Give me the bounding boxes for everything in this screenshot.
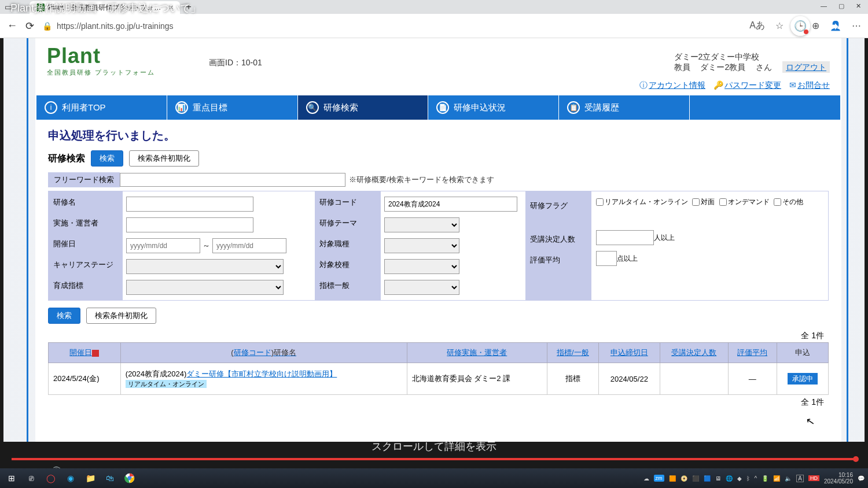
- th-capacity[interactable]: 受講決定人数: [660, 343, 728, 363]
- tray-ime-icon[interactable]: A: [796, 475, 804, 482]
- th-rating[interactable]: 評価平均: [728, 343, 777, 363]
- select-school[interactable]: [384, 259, 459, 274]
- check-other[interactable]: その他: [774, 198, 803, 206]
- th-date[interactable]: 開催日: [49, 343, 121, 363]
- select-general[interactable]: [384, 280, 459, 295]
- check-realtime[interactable]: リアルタイム・オンライン: [596, 198, 688, 206]
- search-button-top[interactable]: 検索: [91, 150, 123, 167]
- th-organizer[interactable]: 研修実施・運営者: [407, 343, 547, 363]
- tb-store-icon[interactable]: 🛍: [102, 471, 118, 486]
- window-close-icon[interactable]: ✕: [856, 2, 861, 10]
- cell-date: 2024/5/24(金): [49, 363, 121, 395]
- address-bar[interactable]: 🔒 https://plant.nits.go.jp/u-trainings: [42, 21, 741, 31]
- nav-tab-apply-status[interactable]: 📄研修申込状況: [428, 95, 559, 120]
- input-code[interactable]: [384, 197, 517, 212]
- reset-button-bottom[interactable]: 検索条件初期化: [86, 308, 156, 324]
- site-info-icon[interactable]: 🔒: [42, 21, 52, 31]
- read-aloud-icon[interactable]: Aあ: [749, 20, 765, 32]
- input-capacity[interactable]: [596, 230, 654, 245]
- tb-app-1[interactable]: ◯: [43, 471, 59, 486]
- taskbar-clock[interactable]: 10:16 2024/05/20: [824, 472, 853, 485]
- select-career-stage[interactable]: [126, 259, 284, 274]
- check-ondemand[interactable]: オンデマンド: [719, 198, 770, 206]
- tray-battery-icon[interactable]: 🔋: [762, 475, 768, 482]
- video-progress-bar[interactable]: [12, 458, 856, 460]
- back-icon[interactable]: ←: [7, 20, 17, 32]
- contact-link[interactable]: お問合せ: [797, 80, 830, 90]
- label-theme: 研修テーマ: [315, 212, 381, 233]
- tray-weather-icon[interactable]: ☁: [643, 475, 649, 482]
- window-minimize-icon[interactable]: —: [821, 2, 827, 10]
- tray-app-7[interactable]: ◆: [737, 475, 742, 482]
- search-icon: 🔍: [306, 101, 319, 114]
- contact-icon: ✉: [789, 80, 796, 90]
- taskview-icon[interactable]: ⎚: [23, 471, 39, 486]
- watch-later-icon[interactable]: 🕒: [790, 16, 810, 36]
- tray-app-6[interactable]: 🌐: [726, 475, 733, 482]
- input-date-to[interactable]: [212, 238, 286, 253]
- browser-toolbar: ← ⟳ 🔒 https://plant.nits.go.jp/u-trainin…: [0, 14, 868, 38]
- start-icon[interactable]: ⊞: [3, 471, 20, 486]
- select-theme[interactable]: [384, 217, 459, 232]
- check-face[interactable]: 対面: [692, 198, 715, 206]
- nav-tab-history[interactable]: 📋受講履歴: [559, 95, 690, 120]
- input-organizer[interactable]: [126, 217, 253, 232]
- user-name: ダミー2教員: [700, 62, 745, 72]
- tb-chrome-icon[interactable]: [122, 471, 138, 486]
- nav-tab-goals[interactable]: 📊重点目標: [167, 95, 298, 120]
- result-count-top: 全 1件: [48, 331, 829, 341]
- doc-icon: 📄: [436, 101, 449, 114]
- freeword-label: フリーワード検索: [48, 172, 120, 187]
- window-maximize-icon[interactable]: ▢: [838, 2, 844, 10]
- favorite-icon[interactable]: ☆: [775, 20, 784, 31]
- th-apply: 申込: [777, 343, 828, 363]
- user-suffix: さん: [756, 62, 772, 72]
- share-icon[interactable]: ➦: [826, 16, 839, 36]
- training-link[interactable]: ダミー研修【市町村立学校向け説明動画用】: [186, 369, 337, 378]
- th-deadline[interactable]: 申込締切日: [598, 343, 660, 363]
- select-job[interactable]: [384, 238, 459, 253]
- input-rating[interactable]: [596, 251, 617, 266]
- nav-tab-search[interactable]: 🔍研修検索: [298, 95, 429, 120]
- tray-chevron-icon[interactable]: ^: [755, 475, 757, 482]
- th-name[interactable]: (研修コード)研修名: [120, 343, 407, 363]
- logout-link[interactable]: ログアウト: [782, 61, 830, 73]
- nav-tab-user-top[interactable]: i利用者TOP: [36, 95, 167, 120]
- th-indicator[interactable]: 指標/一般: [547, 343, 599, 363]
- cell-capacity: [660, 363, 728, 395]
- refresh-icon[interactable]: ⟳: [25, 20, 34, 32]
- tray-app-2[interactable]: 📀: [681, 475, 687, 482]
- tray-app-1[interactable]: 🟧: [669, 475, 676, 482]
- tb-explorer-icon[interactable]: 📁: [82, 471, 98, 486]
- capacity-suffix: 人以上: [654, 233, 675, 243]
- tray-app-4[interactable]: 🟦: [704, 475, 711, 482]
- search-section-label: 研修検索: [48, 153, 85, 165]
- reset-button-top[interactable]: 検索条件初期化: [129, 150, 199, 167]
- tray-zoom-icon[interactable]: zm: [654, 475, 664, 482]
- tray-app-5[interactable]: 🖥: [715, 475, 721, 482]
- tb-edge-icon[interactable]: ◉: [62, 471, 79, 486]
- search-button-bottom[interactable]: 検索: [48, 308, 80, 324]
- logo[interactable]: Plant 全国教員研修 プラットフォーム: [47, 44, 209, 77]
- tray-network-icon[interactable]: 📶: [773, 475, 780, 482]
- tray-bluetooth-icon[interactable]: ᛒ: [746, 475, 750, 482]
- label-rating: 評価平均: [525, 249, 591, 270]
- freeword-input[interactable]: [120, 173, 345, 187]
- account-link[interactable]: アカウント情報: [649, 80, 705, 90]
- rating-suffix: 点以上: [617, 254, 638, 264]
- logo-title: Plant: [47, 44, 209, 68]
- select-indicator[interactable]: [126, 280, 284, 295]
- nav-tabs: i利用者TOP 📊重点目標 🔍研修検索 📄研修申込状況 📋受講履歴: [36, 95, 840, 120]
- scroll-hint[interactable]: スクロールして詳細を表示: [0, 439, 868, 453]
- scroll-accent-right: [847, 38, 848, 442]
- account-icon: ⓘ: [639, 80, 648, 90]
- tray-notifications-icon[interactable]: 💬: [858, 475, 865, 482]
- tray-app-3[interactable]: ⬛: [692, 475, 699, 482]
- password-link[interactable]: パスワード変更: [724, 80, 781, 90]
- input-training-name[interactable]: [126, 197, 253, 212]
- menu-icon[interactable]: ⋯: [852, 20, 861, 31]
- input-date-from[interactable]: [126, 238, 200, 253]
- tray-hd-icon[interactable]: HD: [808, 475, 819, 481]
- tray-volume-icon[interactable]: 🔈: [785, 475, 792, 482]
- label-school: 対象校種: [315, 254, 381, 275]
